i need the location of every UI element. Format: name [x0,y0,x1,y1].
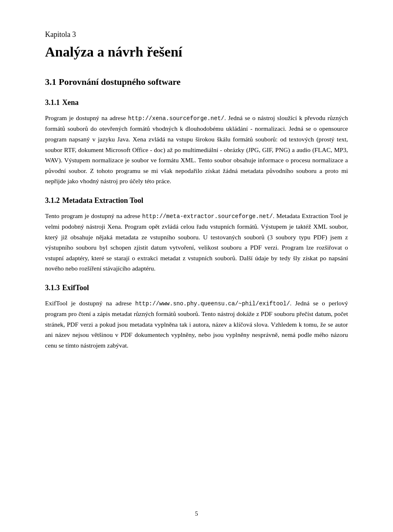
section-3-1-number: 3.1 [45,77,56,87]
xena-paragraph: Program je dostupný na adrese http://xen… [45,113,348,186]
met-paragraph: Tento program je dostupný na adrese http… [45,211,348,274]
exif-url[interactable]: http://www.sno.phy.queensu.ca/~phil/exif… [135,300,290,307]
chapter-title: Analýza a návrh řešení [45,43,348,61]
exif-intro-text: ExifTool je dostupný na adrese [45,300,135,307]
page-number: 5 [195,510,198,517]
page: Kapitola 3 Analýza a návrh řešení 3.1Por… [0,0,393,532]
subsection-3-1-2-number: 3.1.2 [45,196,60,205]
subsection-3-1-3-title: 3.1.3ExifTool [45,283,348,293]
xena-url[interactable]: http://xena.sourceforge.net/ [128,115,224,122]
subsection-3-1-1-label: Xena [62,98,79,107]
met-body-text: . Metadata Extraction Tool je velmi podo… [45,212,348,272]
xena-body-text: . Jedná se o nástroj sloužící k převodu … [45,114,348,184]
met-intro-text: Tento program je dostupný na adrese [45,212,142,219]
section-3-1-label: Porovnání dostupného software [59,77,181,87]
met-url[interactable]: http://meta-extractor.sourceforge.net/ [142,213,273,220]
subsection-3-1-2-title: 3.1.2Metadata Extraction Tool [45,196,348,206]
exif-paragraph: ExifTool je dostupný na adrese http://ww… [45,298,348,350]
subsection-3-1-3-label: ExifTool [62,284,89,292]
section-3-1-title: 3.1Porovnání dostupného software [45,76,348,89]
subsection-3-1-2-label: Metadata Extraction Tool [62,196,143,205]
chapter-label: Kapitola 3 [45,30,348,40]
subsection-3-1-1-number: 3.1.1 [45,98,60,107]
subsection-3-1-3-number: 3.1.3 [45,284,60,292]
xena-intro-text: Program je dostupný na adrese [45,114,128,121]
subsection-3-1-1-title: 3.1.1Xena [45,98,348,108]
